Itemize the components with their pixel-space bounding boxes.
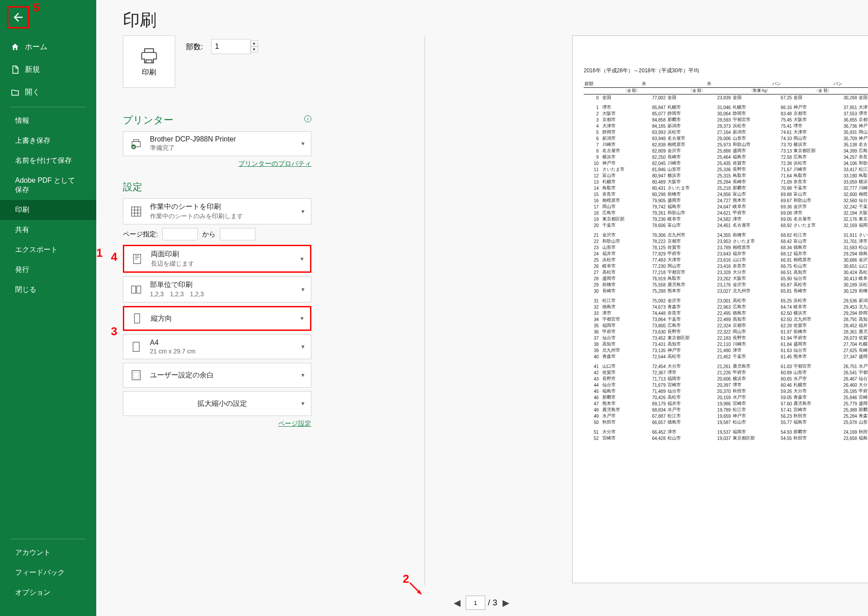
copies-up[interactable]: ▲ xyxy=(250,40,258,47)
chevron-down-icon: ▼ xyxy=(300,372,306,378)
prev-page-button[interactable]: ◀ xyxy=(451,597,463,608)
sheet-icon xyxy=(130,204,142,219)
print-preview: 2016年（平成28年）～2018年（平成30年）平均 穀類米米パンパン〈金 額… xyxy=(572,35,868,583)
page-range-label: ページ指定: xyxy=(123,230,158,239)
setting-print-area[interactable]: 作業中のシートを印刷作業中のシートのみを印刷します ▼ xyxy=(123,198,311,224)
page-separator: / xyxy=(488,598,490,608)
chevron-down-icon: ▼ xyxy=(300,141,306,147)
setting-margins[interactable]: ユーザー設定の余白 ▼ xyxy=(123,363,311,388)
sidebar-home[interactable]: ホーム xyxy=(0,35,96,58)
portrait-icon xyxy=(131,311,143,326)
page-navigator: ◀ / 3 ▶ xyxy=(451,596,512,610)
sidebar-print[interactable]: 印刷 xyxy=(0,200,96,220)
page-range-to-label: から xyxy=(202,230,216,239)
new-icon xyxy=(11,65,20,74)
chevron-down-icon: ▼ xyxy=(300,400,306,407)
printer-properties-link[interactable]: プリンターのプロパティ xyxy=(123,160,311,168)
setting-scaling[interactable]: 拡大縮小の設定 ▼ xyxy=(123,391,311,416)
svg-rect-3 xyxy=(132,207,141,216)
chevron-down-icon: ▼ xyxy=(300,208,306,215)
sidebar-new[interactable]: 新規 xyxy=(0,58,96,81)
page-to-input[interactable] xyxy=(220,228,255,240)
chevron-down-icon: ▼ xyxy=(299,315,305,322)
printer-device-icon xyxy=(130,136,142,151)
back-arrow-icon xyxy=(12,11,25,24)
sidebar-save-pdf[interactable]: Adobe PDF として保存 xyxy=(0,171,96,200)
setting-orientation[interactable]: 縦方向 ▼ xyxy=(123,306,311,331)
chevron-down-icon: ▼ xyxy=(299,256,305,262)
info-icon[interactable]: i xyxy=(304,115,311,122)
svg-rect-5 xyxy=(132,286,136,293)
printer-name: Brother DCP-J988N Printer xyxy=(150,135,294,143)
back-button[interactable] xyxy=(7,6,29,28)
sidebar-open[interactable]: 開く xyxy=(0,81,96,103)
page-title: 印刷 xyxy=(123,9,157,31)
paper-icon xyxy=(130,339,142,354)
print-button[interactable]: 印刷 xyxy=(123,35,175,88)
print-button-label: 印刷 xyxy=(142,68,156,77)
duplex-icon xyxy=(131,251,143,267)
svg-rect-10 xyxy=(134,372,139,378)
page-range-row: ページ指定: から xyxy=(123,228,311,240)
page-setup-link[interactable]: ページ設定 xyxy=(123,420,311,428)
setting-duplex[interactable]: 両面印刷長辺を綴じます ▼ xyxy=(123,245,311,273)
preview-title: 2016年（平成28年）～2018年（平成30年）平均 xyxy=(584,67,868,75)
sidebar-account[interactable]: アカウント xyxy=(0,543,96,563)
open-icon xyxy=(11,88,20,97)
printer-header: プリンターi xyxy=(123,114,311,127)
printer-selector[interactable]: Brother DCP-J988N Printer準備完了 ▼ xyxy=(123,131,311,156)
callout-2-arrow-icon xyxy=(408,581,426,599)
collate-icon xyxy=(130,282,142,297)
print-pane: 印刷 印刷 部数: ▲▼ プリンターi Brother DCP-J988N Pr… xyxy=(96,0,868,616)
page-from-input[interactable] xyxy=(162,228,198,240)
sidebar-publish[interactable]: 発行 xyxy=(0,260,96,280)
printer-status: 準備完了 xyxy=(150,144,294,152)
copies-down[interactable]: ▼ xyxy=(250,47,258,53)
chevron-down-icon: ▼ xyxy=(300,286,306,293)
vertical-separator xyxy=(424,35,425,585)
printer-icon xyxy=(138,47,160,64)
sidebar-info[interactable]: 情報 xyxy=(0,111,96,131)
sidebar-save[interactable]: 上書き保存 xyxy=(0,131,96,151)
sidebar-close[interactable]: 閉じる xyxy=(0,280,96,300)
home-icon xyxy=(11,43,20,51)
sidebar-feedback[interactable]: フィードバック xyxy=(0,563,96,583)
callout-4: 4 xyxy=(111,250,117,264)
setting-collate[interactable]: 部単位で印刷1,2,3 1,2,3 1,2,3 ▼ xyxy=(123,276,311,302)
callout-1: 1 xyxy=(96,246,102,260)
current-page-input[interactable] xyxy=(466,596,485,610)
preview-table: 穀類米米パンパン〈金 額〉〈金 額〉〈数量:kg〉〈金 額〉〈0全国77,002… xyxy=(584,81,868,441)
chevron-down-icon: ▼ xyxy=(300,344,306,350)
total-pages: 3 xyxy=(493,598,497,608)
settings-header: 設定 xyxy=(123,180,311,194)
sidebar-share[interactable]: 共有 xyxy=(0,220,96,240)
svg-rect-1 xyxy=(134,140,139,142)
copies-row: 部数: ▲▼ xyxy=(186,39,258,54)
copies-input[interactable] xyxy=(211,39,251,54)
svg-rect-6 xyxy=(137,286,141,293)
sidebar-saveas[interactable]: 名前を付けて保存 xyxy=(0,151,96,171)
backstage-sidebar: ホーム 新規 開く 情報 上書き保存 名前を付けて保存 Adobe PDF とし… xyxy=(0,0,96,616)
svg-rect-8 xyxy=(133,342,139,352)
sidebar-export[interactable]: エクスポート xyxy=(0,240,96,260)
margins-icon xyxy=(130,368,142,383)
callout-5: 5 xyxy=(33,1,39,15)
svg-rect-7 xyxy=(134,314,140,323)
sidebar-options[interactable]: オプション xyxy=(0,583,96,603)
callout-3: 3 xyxy=(111,325,117,338)
copies-label: 部数: xyxy=(186,42,203,52)
next-page-button[interactable]: ▶ xyxy=(500,597,512,608)
setting-paper[interactable]: A421 cm x 29.7 cm ▼ xyxy=(123,334,311,359)
